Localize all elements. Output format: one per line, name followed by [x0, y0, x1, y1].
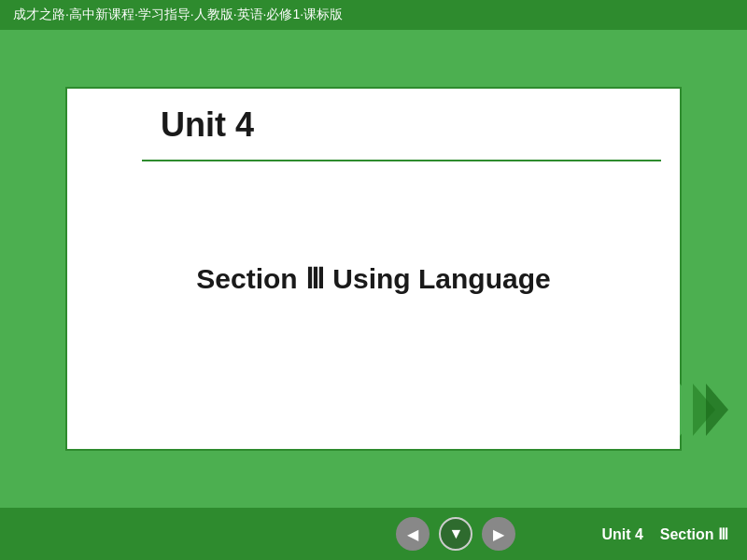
- unit-label-area: Unit 4: [67, 89, 680, 145]
- header-bar: 成才之路·高中新课程·学习指导·人教版·英语·必修1·课标版: [0, 0, 747, 30]
- right-chevrons-decoration: [689, 384, 728, 436]
- nav-home-button[interactable]: ▼: [439, 517, 472, 551]
- nav-prev-button[interactable]: ◀: [396, 517, 430, 551]
- chevron-right-3: [706, 384, 728, 436]
- bottom-bar: ◀ ▼ ▶ Unit 4 Section Ⅲ: [0, 508, 747, 560]
- content-card: Unit 4 Section Ⅲ Using Language: [65, 87, 682, 451]
- header-title: 成才之路·高中新课程·学习指导·人教版·英语·必修1·课标版: [13, 7, 343, 23]
- unit-label-text: Unit 4: [161, 105, 254, 145]
- app: 成才之路·高中新课程·学习指导·人教版·英语·必修1·课标版 Unit 4: [0, 0, 747, 560]
- bottom-unit-label: Unit 4: [602, 526, 643, 542]
- bottom-info: Unit 4 Section Ⅲ: [602, 525, 728, 543]
- unit-label-underline: [142, 160, 661, 161]
- section-title: Section Ⅲ Using Language: [196, 262, 550, 295]
- nav-buttons: ◀ ▼ ▶: [310, 517, 601, 551]
- main-area: Unit 4 Section Ⅲ Using Language: [0, 30, 747, 508]
- nav-next-button[interactable]: ▶: [482, 517, 515, 551]
- bottom-section-label: Section Ⅲ: [660, 526, 728, 542]
